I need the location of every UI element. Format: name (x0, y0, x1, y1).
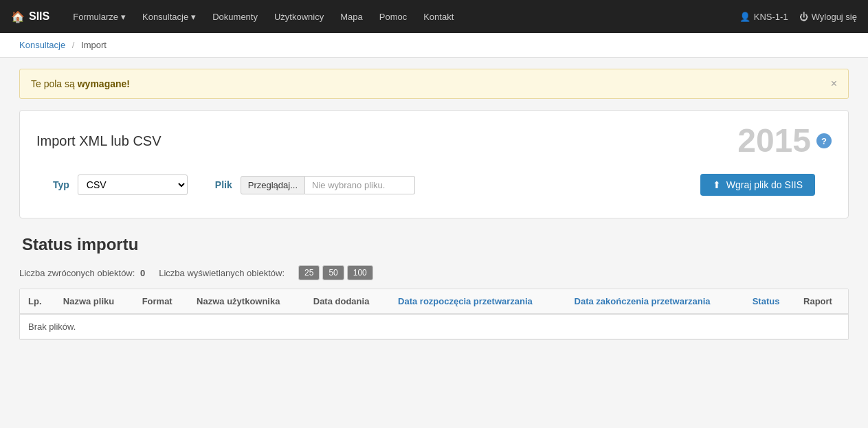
table-header-row: Lp. Nazwa pliku Format Nazwa użytkownika… (20, 289, 848, 314)
type-select[interactable]: CSV XML (78, 174, 188, 195)
help-button[interactable]: ? (816, 133, 832, 148)
file-group: Plik Przeglądaj... Nie wybrano pliku. (215, 176, 415, 194)
col-nazwa-uzytkownika: Nazwa użytkownika (188, 289, 305, 314)
main-content: Te pola są wymagane! × Import XML lub CS… (0, 58, 868, 351)
pagination-50[interactable]: 50 (322, 265, 344, 280)
upload-button[interactable]: ⬆ Wgraj plik do SIIS (700, 174, 815, 196)
nav-kontakt[interactable]: Kontakt (416, 8, 460, 26)
breadcrumb-konsultacje[interactable]: Konsultacje (19, 40, 65, 50)
nav-pomoc[interactable]: Pomoc (372, 8, 414, 26)
file-name-display: Nie wybrano pliku. (305, 176, 415, 194)
brand-logo[interactable]: 🏠 SIIS (11, 10, 49, 23)
col-status[interactable]: Status (744, 289, 795, 314)
dropdown-icon-formularze: ▾ (121, 12, 126, 22)
nav-formularze-label: Formularze (73, 12, 118, 22)
username: KNS-1-1 (754, 12, 788, 22)
nav-dokumenty-label: Dokumenty (212, 12, 258, 22)
home-icon: 🏠 (11, 10, 25, 23)
nav-formularze[interactable]: Formularze ▾ (66, 8, 133, 26)
file-input-container: Przeglądaj... Nie wybrano pliku. (241, 176, 415, 194)
pagination-25[interactable]: 25 (298, 265, 320, 280)
breadcrumb-import: Import (81, 40, 107, 50)
nav-kontakt-label: Kontakt (423, 12, 454, 22)
brand-name: SIIS (29, 10, 49, 23)
col-data-dodania: Data dodania (305, 289, 390, 314)
logout-link[interactable]: ⏻ Wyloguj się (799, 12, 857, 22)
browse-button[interactable]: Przeglądaj... (241, 176, 305, 194)
col-nazwa-pliku: Nazwa pliku (55, 289, 134, 314)
displayed-label-text: Liczba wyświetlanych obiektów: (159, 268, 285, 278)
table-header: Lp. Nazwa pliku Format Nazwa użytkownika… (20, 289, 848, 314)
alert-text-bold: wymagane! (78, 78, 130, 89)
status-title: Status importu (19, 235, 849, 254)
type-group: Typ CSV XML (53, 174, 188, 195)
nav-konsultacje[interactable]: Konsultacje ▾ (135, 8, 203, 26)
alert-box: Te pola są wymagane! × (19, 69, 849, 99)
year-value: 2015 (737, 124, 811, 157)
main-nav: 🏠 SIIS Formularze ▾ Konsultacje ▾ Dokume… (0, 0, 868, 33)
import-card: Import XML lub CSV 2015 ? Typ CSV XML Pl… (19, 110, 849, 218)
breadcrumb: Konsultacje / Import (0, 33, 868, 58)
nav-right: 👤 KNS-1-1 ⏻ Wyloguj się (739, 12, 857, 22)
returned-label: Liczba zwróconych obiektów: 0 (19, 268, 145, 278)
user-info: 👤 KNS-1-1 (739, 12, 788, 22)
alert-text-prefix: Te pola są (31, 78, 78, 89)
col-raport: Raport (795, 289, 848, 314)
table-row-empty: Brak plików. (20, 314, 848, 339)
col-data-rozpoczecia[interactable]: Data rozpoczęcia przetwarzania (390, 289, 566, 314)
file-label: Plik (215, 179, 232, 190)
col-format: Format (134, 289, 188, 314)
power-icon: ⏻ (799, 12, 808, 22)
upload-icon: ⬆ (713, 179, 721, 190)
card-title: Import XML lub CSV (36, 133, 162, 149)
type-label: Typ (53, 179, 69, 190)
returned-label-text: Liczba zwróconych obiektów: (19, 268, 135, 278)
nav-pomoc-label: Pomoc (379, 12, 407, 22)
nav-mapa[interactable]: Mapa (333, 8, 370, 26)
card-header: Import XML lub CSV 2015 ? (36, 124, 832, 157)
status-table-container: Lp. Nazwa pliku Format Nazwa użytkownika… (19, 289, 849, 340)
upload-label: Wgraj plik do SIIS (726, 179, 803, 190)
nav-konsultacje-label: Konsultacje (142, 12, 188, 22)
status-table: Lp. Nazwa pliku Format Nazwa użytkownika… (20, 289, 848, 339)
pagination-100[interactable]: 100 (347, 265, 373, 280)
stats-row: Liczba zwróconych obiektów: 0 Liczba wyś… (19, 265, 849, 280)
status-section: Status importu Liczba zwróconych obiektó… (19, 235, 849, 340)
import-form-row: Typ CSV XML Plik Przeglądaj... Nie wybra… (36, 171, 832, 199)
nav-links: Formularze ▾ Konsultacje ▾ Dokumenty Uży… (66, 8, 739, 26)
nav-mapa-label: Mapa (340, 12, 363, 22)
alert-text: Te pola są wymagane! (31, 78, 130, 89)
returned-value: 0 (140, 268, 145, 278)
col-data-zakonczenia[interactable]: Data zakończenia przetwarzania (566, 289, 744, 314)
table-body: Brak plików. (20, 314, 848, 339)
logout-label: Wyloguj się (812, 12, 857, 22)
user-icon: 👤 (739, 12, 750, 22)
breadcrumb-separator: / (72, 40, 75, 50)
dropdown-icon-konsultacje: ▾ (191, 12, 196, 22)
nav-dokumenty[interactable]: Dokumenty (205, 8, 265, 26)
pagination-buttons: 25 50 100 (298, 265, 373, 280)
nav-uzytkownicy-label: Użytkownicy (274, 12, 324, 22)
nav-uzytkownicy[interactable]: Użytkownicy (267, 8, 331, 26)
col-lp: Lp. (20, 289, 55, 314)
alert-close-button[interactable]: × (831, 78, 837, 90)
empty-message: Brak plików. (20, 314, 848, 339)
card-year-area: 2015 ? (737, 124, 832, 157)
